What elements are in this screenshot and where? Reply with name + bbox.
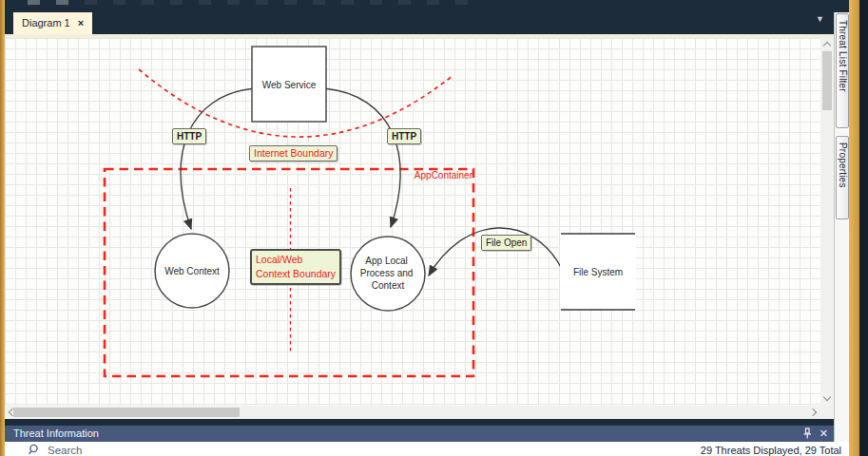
flow-label-file-open[interactable]: File Open: [481, 235, 531, 251]
scroll-up-icon[interactable]: [823, 42, 831, 49]
tab-properties[interactable]: Properties: [836, 136, 849, 219]
toolbar-icon: [398, 0, 411, 5]
toolbar-icon: [113, 0, 125, 5]
toolbar-icon: [313, 0, 325, 5]
canvas-grid[interactable]: [5, 38, 820, 406]
panel-title: Threat Information: [13, 426, 99, 442]
search-input[interactable]: Search: [28, 444, 82, 456]
boundary-label-local-web[interactable]: Local/Web Context Boundary: [250, 249, 341, 285]
boundary-label-internet[interactable]: Internet Boundary: [249, 145, 338, 162]
threat-panel-body: Search 29 Threats Displayed, 29 Total: [5, 442, 849, 456]
scroll-right-icon[interactable]: [809, 408, 817, 416]
window-edge-right: [849, 0, 859, 456]
window-edge-right-dark: [859, 0, 868, 456]
vertical-scrollbar[interactable]: [820, 38, 834, 406]
toolbar-icon: [199, 0, 211, 5]
threat-count-status: 29 Threats Displayed, 29 Total: [701, 445, 841, 456]
toolbar-icon: [455, 0, 468, 5]
tab-close-icon[interactable]: ×: [78, 17, 84, 28]
app-window: Diagram 1× ▼: [0, 0, 868, 456]
toolbar-icon: [170, 0, 183, 5]
vertical-scroll-thumb[interactable]: [822, 51, 832, 110]
boundary-label-appcontainer[interactable]: AppContainer: [366, 170, 473, 180]
scroll-down-icon[interactable]: [823, 393, 831, 401]
close-icon[interactable]: ✕: [820, 426, 828, 442]
diagram-canvas[interactable]: [5, 34, 834, 419]
toolbar-icon: [427, 0, 439, 5]
boundary-label-line: Context Boundary: [256, 267, 336, 281]
boundary-label-line: Local/Web: [256, 253, 336, 267]
chevron-down-icon[interactable]: ▼: [816, 14, 824, 24]
window-edge-left: [0, 0, 5, 456]
search-placeholder: Search: [48, 445, 82, 456]
toolbar-icon: [256, 0, 268, 5]
toolbar-icon: [284, 0, 297, 5]
toolbar-icon: [227, 0, 240, 5]
flow-label-http-left[interactable]: HTTP: [172, 128, 206, 144]
tool-tab-strip: Threat List Filter Properties: [834, 12, 849, 442]
toolbar-icon: [56, 0, 68, 5]
search-icon: [28, 444, 40, 456]
toolbar-icon: [85, 0, 97, 5]
horizontal-scrollbar[interactable]: [5, 406, 820, 419]
tab-diagram-1[interactable]: Diagram 1×: [13, 12, 92, 34]
toolbar-icon: [341, 0, 354, 5]
toolbar-icon: [142, 0, 154, 5]
toolbar-icon: [28, 0, 40, 5]
clipped-toolbar: [5, 0, 849, 12]
tab-label: Diagram 1: [22, 17, 70, 28]
horizontal-scroll-thumb[interactable]: [13, 408, 240, 417]
toolbar-icon: [370, 0, 382, 5]
threat-information-header[interactable]: Threat Information ✕: [5, 426, 834, 442]
flow-label-http-right[interactable]: HTTP: [387, 128, 421, 144]
scrollbar-corner: [820, 406, 834, 419]
tab-threat-list-filter[interactable]: Threat List Filter: [836, 13, 849, 128]
